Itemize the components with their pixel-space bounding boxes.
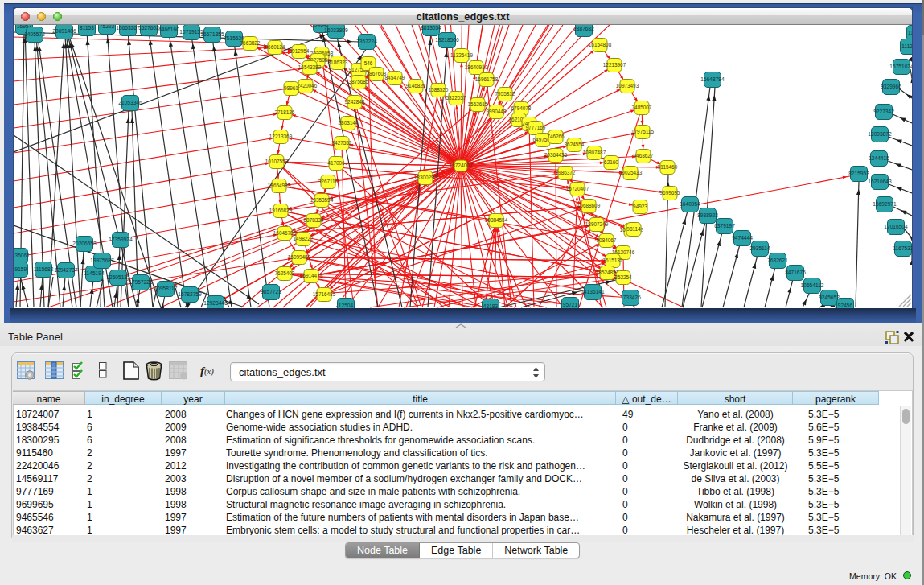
svg-text:15751074: 15751074 [889, 64, 912, 69]
svg-text:2887682: 2887682 [573, 26, 594, 31]
svg-text:19384554: 19384554 [485, 217, 508, 223]
svg-text:1562615: 1562615 [468, 101, 488, 107]
svg-text:1640954: 1640954 [680, 201, 700, 207]
svg-text:7357224: 7357224 [356, 39, 377, 44]
svg-text:2803144: 2803144 [339, 120, 359, 126]
svg-text:14136141: 14136141 [581, 289, 605, 295]
svg-text:2867608: 2867608 [367, 71, 387, 76]
svg-text:10807487: 10807487 [583, 150, 606, 155]
svg-text:252254: 252254 [614, 274, 632, 280]
svg-text:12923446: 12923446 [203, 300, 228, 306]
svg-text:417006: 417006 [327, 160, 345, 166]
svg-text:20206558: 20206558 [72, 241, 97, 246]
svg-text:16648784: 16648784 [700, 76, 725, 82]
svg-text:94923: 94923 [633, 204, 647, 209]
svg-text:7663822: 7663822 [240, 40, 261, 46]
svg-text:9115460: 9115460 [658, 164, 678, 170]
svg-text:12093872: 12093872 [868, 131, 892, 137]
svg-text:1145194: 1145194 [84, 270, 105, 276]
svg-text:1615132: 1615132 [603, 257, 623, 263]
svg-text:8427552: 8427552 [332, 140, 352, 146]
svg-text:75223: 75223 [100, 25, 115, 29]
svg-text:39159: 39159 [14, 266, 27, 272]
svg-text:7955812: 7955812 [495, 91, 515, 97]
svg-text:18907249: 18907249 [585, 221, 609, 227]
svg-text:1498222: 1498222 [294, 236, 314, 241]
svg-text:7986372: 7986372 [556, 170, 576, 175]
svg-text:3267110: 3267110 [318, 179, 339, 184]
svg-text:98961: 98961 [284, 85, 298, 91]
svg-text:11325419: 11325419 [450, 52, 473, 58]
svg-text:6379197: 6379197 [714, 223, 735, 229]
svg-text:8813054: 8813054 [421, 25, 441, 31]
svg-text:15716485: 15716485 [313, 291, 336, 297]
svg-text:18300295: 18300295 [414, 175, 437, 180]
svg-text:13353594: 13353594 [310, 197, 334, 203]
svg-text:92456: 92456 [838, 303, 853, 308]
svg-text:10688609: 10688609 [577, 203, 601, 208]
svg-text:8335061: 8335061 [14, 253, 30, 258]
svg-text:10973493: 10973493 [616, 83, 639, 89]
svg-text:5322037: 5322037 [446, 95, 466, 101]
svg-text:12504: 12504 [339, 303, 354, 308]
svg-text:16782759: 16782759 [178, 291, 202, 297]
svg-text:16914479: 16914479 [300, 273, 323, 278]
svg-text:7632621: 7632621 [767, 257, 788, 263]
svg-text:20364436: 20364436 [544, 152, 568, 158]
svg-text:9146821: 9146821 [406, 83, 426, 89]
svg-text:9777169: 9777169 [526, 125, 546, 130]
svg-text:17975115: 17975115 [631, 129, 654, 134]
svg-text:746266: 746266 [547, 134, 565, 139]
svg-text:10025433: 10025433 [619, 170, 643, 175]
svg-text:9242848: 9242848 [345, 99, 365, 105]
svg-text:9699695: 9699695 [660, 190, 680, 196]
svg-text:18724007: 18724007 [449, 163, 473, 168]
svg-text:7485007: 7485007 [632, 105, 652, 110]
svg-text:9463627: 9463627 [634, 153, 654, 159]
svg-text:12505135: 12505135 [106, 274, 130, 280]
svg-text:9474444: 9474444 [732, 235, 753, 241]
svg-text:12213369: 12213369 [269, 134, 293, 139]
svg-text:17016504: 17016504 [884, 224, 908, 229]
svg-text:19975687: 19975687 [90, 257, 114, 263]
svg-text:10107553: 10107553 [265, 159, 289, 164]
svg-text:12942737: 12942737 [54, 267, 78, 273]
svg-text:9857721: 9857721 [261, 289, 281, 295]
svg-text:62160: 62160 [604, 159, 618, 165]
svg-text:3875685: 3875685 [349, 79, 369, 84]
svg-text:20691406: 20691406 [52, 28, 76, 34]
svg-text:7625402: 7625402 [275, 270, 295, 276]
svg-text:9227342: 9227342 [873, 109, 894, 114]
svg-text:6466160: 6466160 [158, 27, 179, 32]
svg-text:16961758: 16961758 [475, 76, 499, 82]
svg-text:8660124: 8660124 [265, 44, 285, 50]
svg-text:10653267: 10653267 [116, 25, 140, 31]
svg-text:19166829: 19166829 [269, 208, 293, 213]
svg-text:8186323: 8186323 [328, 60, 348, 65]
svg-text:9245652: 9245652 [819, 295, 840, 300]
svg-text:12213967: 12213967 [603, 62, 626, 68]
svg-text:8878334: 8878334 [304, 217, 324, 223]
svg-text:8215953: 8215953 [848, 171, 869, 176]
svg-text:546: 546 [364, 60, 373, 66]
svg-text:18640910: 18640910 [465, 64, 488, 70]
svg-text:17359924: 17359924 [109, 237, 133, 242]
svg-text:8454749: 8454749 [385, 75, 405, 80]
svg-text:11253: 11253 [908, 30, 912, 35]
svg-text:1405572: 1405572 [24, 31, 45, 37]
svg-text:1733426: 1733426 [620, 295, 641, 300]
svg-text:3624554: 3624554 [565, 142, 585, 147]
svg-text:21053346: 21053346 [118, 100, 142, 105]
svg-text:16154808: 16154808 [589, 42, 612, 47]
svg-text:6794078: 6794078 [511, 105, 532, 111]
svg-text:15692971: 15692971 [873, 201, 897, 207]
svg-text:15720407: 15720407 [566, 186, 589, 192]
svg-text:16033809: 16033809 [324, 27, 348, 33]
svg-text:2718126: 2718126 [275, 109, 295, 115]
svg-text:16099489: 16099489 [288, 254, 311, 260]
svg-text:11125: 11125 [901, 43, 912, 49]
svg-text:(x): (x) [204, 367, 214, 377]
svg-text:1244415: 1244415 [869, 155, 889, 161]
svg-text:1167533: 1167533 [893, 245, 912, 251]
svg-text:81153: 81153 [80, 25, 94, 31]
